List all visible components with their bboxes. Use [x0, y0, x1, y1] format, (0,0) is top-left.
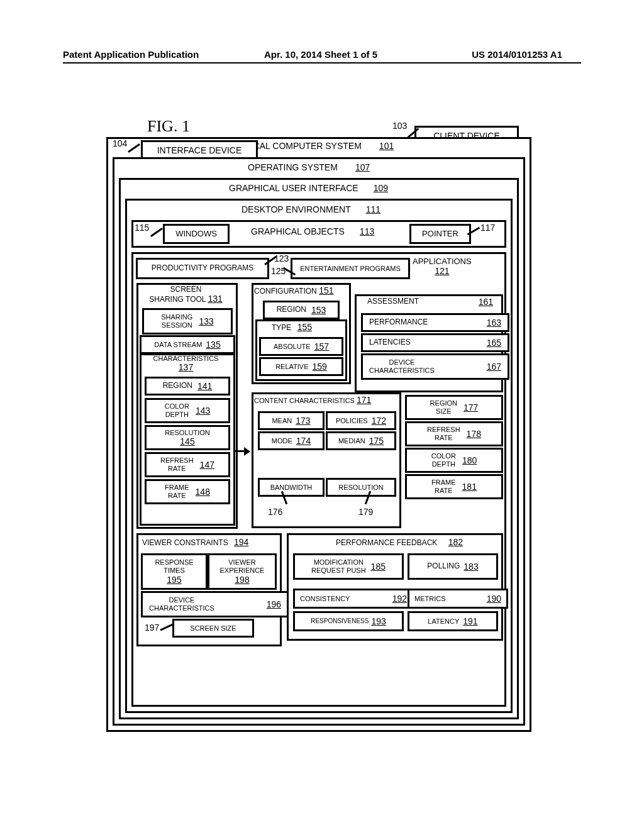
box-windows: WINDOWS [163, 224, 230, 244]
box-ep: ENTERTAINMENT PROGRAMS [291, 258, 410, 279]
box-pp: PRODUCTIVITY PROGRAMS [136, 258, 269, 279]
ref-176: 176 [268, 507, 282, 517]
box-pol: POLICIES172 [326, 411, 396, 430]
figure-title: FIG. 1 [147, 117, 190, 136]
box-ss: SHARING SESSION133 [142, 308, 233, 335]
box-rt: RESPONSE TIMES195 [141, 553, 208, 590]
ref-104: 104 [113, 138, 127, 148]
box-rs: REGION SIZE177 [405, 395, 503, 420]
box-perf: PERFORMANCE163 [361, 313, 509, 332]
box-cfr: FRAME RATE181 [405, 474, 503, 499]
box-cdp: COLOR DEPTH143 [145, 398, 230, 423]
figure-1: FIG. 1 CLIENT DEVICE 103 NETWORK 102 SCR… [65, 99, 581, 733]
box-lat: LATENCIES165 [361, 333, 509, 352]
box-ds: DATA STREAM135 [140, 335, 235, 354]
ref-179: 179 [358, 507, 373, 517]
box-rrate: REFRESH RATE178 [405, 421, 503, 446]
header-left: Patent Application Publication [63, 49, 264, 60]
box-laty: LATENCY191 [408, 611, 498, 631]
box-ve: VIEWER EXPERIENCE198 [208, 553, 277, 590]
box-abs: ABSOLUTE157 [259, 337, 343, 356]
box-dch: DEVICE CHARACTERISTICS196 [141, 591, 289, 617]
header: Patent Application Publication Apr. 10, … [63, 49, 581, 64]
box-poll: POLLING183 [408, 553, 498, 580]
header-mid: Apr. 10, 2014 Sheet 1 of 5 [264, 49, 428, 60]
box-fr: FRAME RATE148 [145, 479, 230, 504]
header-right: US 2014/0101253 A1 [428, 49, 562, 60]
box-resp: RESPONSIVENESS193 [293, 611, 404, 631]
box-mrp: MODIFICATION REQUEST PUSH185 [293, 553, 404, 580]
ref-123: 123 [274, 253, 289, 263]
box-met: METRICS190 [408, 589, 508, 609]
box-ssz: SCREEN SIZE [172, 619, 254, 638]
box-mode: MODE174 [258, 431, 325, 450]
ref-103: 103 [392, 121, 407, 131]
page: Patent Application Publication Apr. 10, … [0, 0, 644, 830]
box-rel: RELATIVE159 [259, 357, 343, 376]
box-res: RESOLUTION145 [145, 425, 230, 450]
box-pointer: POINTER [409, 224, 471, 244]
box-mean: MEAN173 [258, 411, 325, 430]
box-med: MEDIAN175 [326, 431, 396, 450]
box-rr: REFRESH RATE147 [145, 452, 230, 477]
box-cons: CONSISTENCY192 [293, 589, 414, 609]
ref-197: 197 [145, 622, 159, 633]
box-creg: REGION153 [263, 301, 340, 319]
box-dc: DEVICE CHARACTERISTICS167 [361, 353, 509, 380]
box-bw: BANDWIDTH [258, 478, 325, 497]
box-cres: RESOLUTION [326, 478, 396, 497]
box-ccdp: COLOR DEPTH180 [405, 448, 503, 473]
ref-117: 117 [480, 223, 495, 233]
ref-115: 115 [135, 223, 149, 233]
box-reg: REGION141 [145, 377, 230, 396]
